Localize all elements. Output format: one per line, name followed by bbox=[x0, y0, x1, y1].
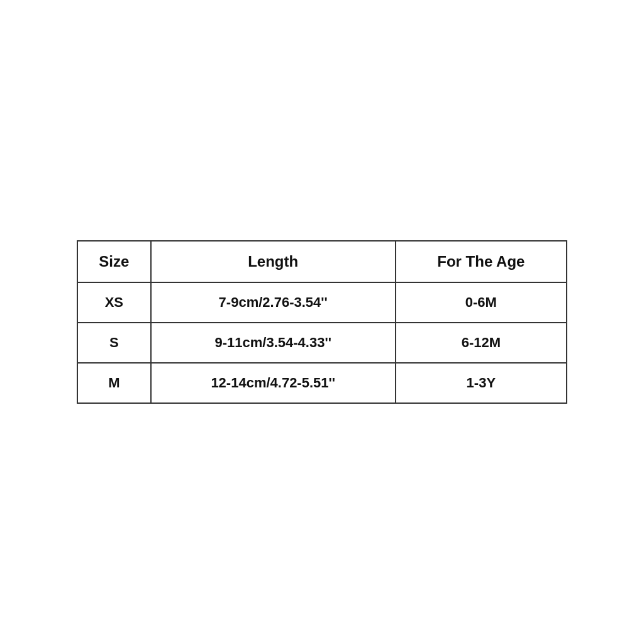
size-chart-container: Size Length For The Age XS7-9cm/2.76-3.5… bbox=[77, 240, 567, 404]
table-header-row: Size Length For The Age bbox=[77, 241, 567, 282]
header-age: For The Age bbox=[396, 241, 567, 282]
cell-age-2: 1-3Y bbox=[396, 363, 567, 403]
cell-size-2: M bbox=[77, 363, 151, 403]
cell-size-0: XS bbox=[77, 282, 151, 323]
cell-length-0: 7-9cm/2.76-3.54'' bbox=[151, 282, 396, 323]
table-row: S9-11cm/3.54-4.33''6-12M bbox=[77, 323, 567, 363]
cell-length-2: 12-14cm/4.72-5.51'' bbox=[151, 363, 396, 403]
table-row: XS7-9cm/2.76-3.54''0-6M bbox=[77, 282, 567, 323]
header-length: Length bbox=[151, 241, 396, 282]
cell-age-1: 6-12M bbox=[396, 323, 567, 363]
size-chart-table: Size Length For The Age XS7-9cm/2.76-3.5… bbox=[77, 240, 567, 404]
cell-age-0: 0-6M bbox=[396, 282, 567, 323]
header-size: Size bbox=[77, 241, 151, 282]
cell-size-1: S bbox=[77, 323, 151, 363]
cell-length-1: 9-11cm/3.54-4.33'' bbox=[151, 323, 396, 363]
table-row: M12-14cm/4.72-5.51''1-3Y bbox=[77, 363, 567, 403]
